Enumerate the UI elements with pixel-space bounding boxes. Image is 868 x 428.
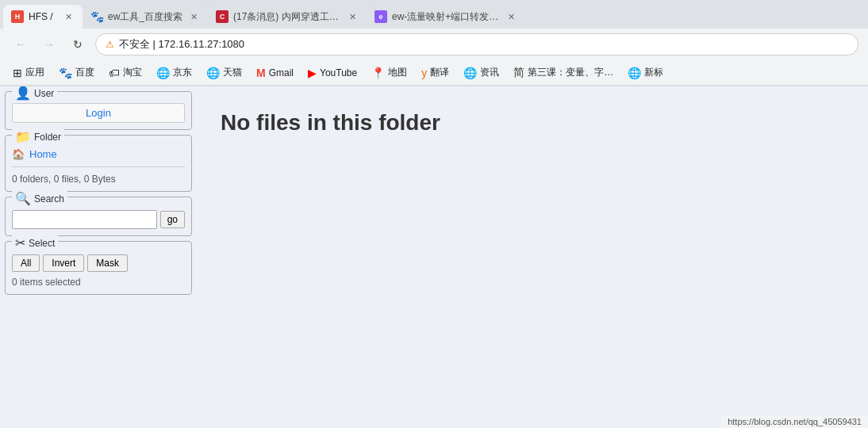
baidu-favicon: 🐾 [90, 10, 103, 23]
select-label: Select [29, 238, 55, 249]
lesson-icon: 简 [513, 66, 524, 80]
new-icon: 🌐 [628, 67, 641, 79]
search-section: 🔍 Search go [5, 197, 192, 236]
bookmark-tianmao-label: 天猫 [223, 66, 242, 79]
bookmark-news-label: 资讯 [480, 66, 499, 79]
baidu-bm-icon: 🐾 [59, 67, 72, 79]
ew-favicon: e [374, 10, 387, 23]
taobao-icon: 🏷 [109, 67, 120, 79]
bookmark-apps[interactable]: ⊞ 应用 [6, 63, 51, 82]
hfs-favicon: H [11, 10, 24, 23]
user-section: 👤 User Login [5, 91, 192, 130]
news-icon: 🌐 [463, 67, 477, 79]
folder-icon: 📁 [15, 129, 31, 144]
folder-label: Folder [34, 132, 61, 143]
home-icon: 🏠 [12, 148, 25, 160]
bookmark-news[interactable]: 🌐 资讯 [457, 63, 505, 82]
user-label: User [34, 88, 54, 99]
status-bar: https://blog.csdn.net/qq_45059431 [721, 415, 868, 428]
jd-icon: 🌐 [156, 67, 170, 79]
go-button[interactable]: go [160, 211, 185, 228]
bookmark-taobao[interactable]: 🏷 淘宝 [102, 63, 148, 82]
folder-divider [12, 166, 185, 167]
bookmark-youtube-label: YouTube [320, 67, 357, 78]
bookmark-translate-label: 翻译 [430, 66, 449, 79]
search-icon: 🔍 [15, 191, 31, 206]
url-bar[interactable]: ⚠ 不安全 | 172.16.11.27:1080 [95, 33, 858, 55]
bookmark-baidu-label: 百度 [75, 66, 94, 79]
refresh-button[interactable]: ↻ [67, 33, 89, 55]
youtube-icon: ▶ [308, 67, 317, 79]
tab-baidu-close[interactable]: ✕ [187, 10, 200, 23]
back-button[interactable]: ← [10, 33, 32, 55]
insecure-label: 不安全 | [119, 38, 159, 50]
bookmark-new-label: 新标 [644, 66, 663, 79]
user-legend: 👤 User [12, 86, 57, 101]
tab-hfs-label: HFS / [29, 11, 57, 22]
folder-legend: 📁 Folder [12, 129, 64, 144]
tab-ew[interactable]: e ew-流量映射+端口转发|IT20… ✕ [367, 5, 525, 29]
bookmark-new[interactable]: 🌐 新标 [621, 63, 670, 82]
tab-csdn-label: (17条消息) 内网穿透工具EW… [233, 10, 341, 24]
scissors-icon: ✂ [15, 235, 25, 250]
tab-csdn[interactable]: C (17条消息) 内网穿透工具EW… ✕ [208, 5, 367, 29]
tab-bar: H HFS / ✕ 🐾 ew工具_百度搜索 ✕ C (17条消息) 内网穿透工具… [0, 0, 868, 29]
page-content: 👤 User Login 📁 Folder 🏠 Home 0 folders, … [0, 86, 868, 428]
tianmao-icon: 🌐 [206, 67, 220, 79]
bookmark-lesson-label: 第三课：变量、字… [528, 66, 613, 79]
mask-button[interactable]: Mask [87, 254, 128, 272]
bookmark-taobao-label: 淘宝 [123, 66, 142, 79]
select-legend: ✂ Select [12, 235, 58, 250]
search-row: go [12, 210, 185, 229]
bookmark-baidu[interactable]: 🐾 百度 [52, 63, 101, 82]
tab-baidu-label: ew工具_百度搜索 [108, 10, 182, 24]
search-legend: 🔍 Search [12, 191, 67, 206]
apps-icon: ⊞ [13, 67, 22, 79]
user-icon: 👤 [15, 86, 31, 101]
forward-button[interactable]: → [38, 33, 60, 55]
csdn-favicon: C [216, 10, 229, 23]
bookmark-jd-label: 京东 [173, 66, 192, 79]
lock-icon: ⚠ [106, 39, 114, 50]
bookmarks-bar: ⊞ 应用 🐾 百度 🏷 淘宝 🌐 京东 🌐 天猫 M Gmail ▶ YouTu… [0, 60, 868, 86]
url-address: 172.16.11.27:1080 [159, 38, 244, 50]
select-section: ✂ Select All Invert Mask 0 items selecte… [5, 241, 192, 295]
bookmark-tianmao[interactable]: 🌐 天猫 [200, 63, 248, 82]
bookmark-gmail-label: Gmail [269, 67, 294, 78]
home-link-label: Home [29, 148, 57, 160]
all-button[interactable]: All [12, 254, 40, 272]
tab-csdn-close[interactable]: ✕ [346, 10, 359, 23]
search-label: Search [34, 193, 64, 204]
address-bar: ← → ↻ ⚠ 不安全 | 172.16.11.27:1080 [0, 29, 868, 60]
folder-stats: 0 folders, 0 files, 0 Bytes [12, 174, 185, 185]
bookmark-lesson[interactable]: 简 第三课：变量、字… [507, 63, 620, 83]
items-selected: 0 items selected [12, 277, 185, 288]
bookmark-youtube[interactable]: ▶ YouTube [301, 63, 363, 82]
bookmark-maps[interactable]: 📍 地图 [365, 63, 413, 82]
sidebar: 👤 User Login 📁 Folder 🏠 Home 0 folders, … [0, 86, 197, 428]
invert-button[interactable]: Invert [43, 254, 84, 272]
tab-ew-label: ew-流量映射+端口转发|IT20… [392, 10, 500, 24]
gmail-icon: M [256, 67, 266, 79]
bookmark-jd[interactable]: 🌐 京东 [150, 63, 198, 82]
tab-baidu[interactable]: 🐾 ew工具_百度搜索 ✕ [83, 5, 208, 29]
main-content: No files in this folder [197, 86, 868, 428]
login-button[interactable]: Login [12, 103, 185, 123]
url-text: 不安全 | 172.16.11.27:1080 [119, 37, 244, 52]
tab-hfs-close[interactable]: ✕ [62, 10, 75, 23]
translate-icon: y [421, 67, 427, 79]
status-url: https://blog.csdn.net/qq_45059431 [728, 417, 862, 426]
bookmark-gmail[interactable]: M Gmail [250, 63, 300, 82]
folder-section: 📁 Folder 🏠 Home 0 folders, 0 files, 0 By… [5, 135, 192, 192]
tab-hfs[interactable]: H HFS / ✕ [3, 5, 83, 29]
bookmark-translate[interactable]: y 翻译 [415, 63, 455, 82]
search-input[interactable] [12, 210, 157, 229]
tab-ew-close[interactable]: ✕ [505, 10, 517, 23]
select-buttons: All Invert Mask [12, 254, 185, 272]
home-link[interactable]: 🏠 Home [12, 148, 185, 160]
bookmark-maps-label: 地图 [388, 66, 407, 79]
no-files-message: No files in this folder [221, 110, 440, 136]
maps-icon: 📍 [371, 67, 385, 79]
bookmark-apps-label: 应用 [25, 66, 44, 79]
